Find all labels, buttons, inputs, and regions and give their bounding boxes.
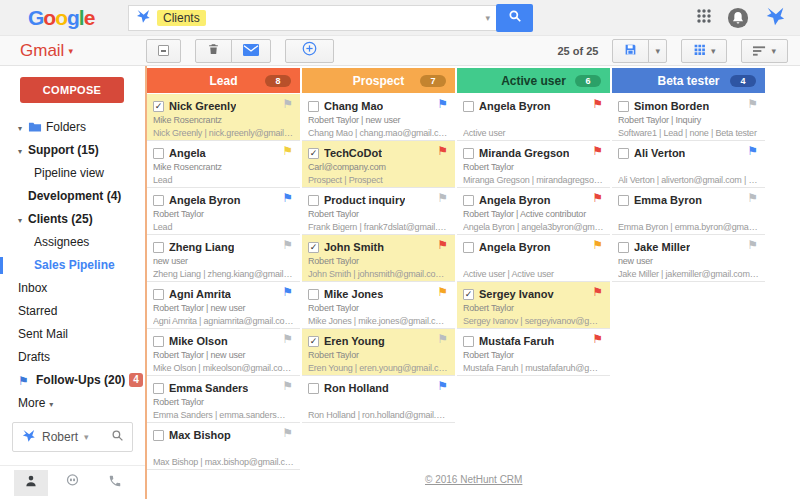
flag-icon[interactable]: ⚑ xyxy=(282,145,293,157)
hangouts-tab[interactable] xyxy=(56,470,90,496)
chevron-down-icon[interactable]: ▾ xyxy=(18,117,28,140)
flag-icon[interactable]: ⚑ xyxy=(592,239,603,251)
phone-tab[interactable] xyxy=(98,470,132,496)
card-checkbox[interactable] xyxy=(153,148,164,159)
card-checkbox[interactable] xyxy=(153,383,164,394)
card-techcodot[interactable]: ✓TechCoDot⚑Carl@company.comProspect | Pr… xyxy=(302,141,455,188)
card-emma-sanders[interactable]: Emma Sanders⚑Robert TaylorEmma Sanders |… xyxy=(147,376,300,423)
card-mustafa-faruh[interactable]: Mustafa Faruh⚑Robert TaylorMustafa Faruh… xyxy=(457,329,610,376)
view-switch-button[interactable]: ▾ xyxy=(681,39,728,63)
card-agni-amrita[interactable]: Agni Amrita⚑Robert Taylor | new userAgni… xyxy=(147,282,300,329)
sidebar-item-sales-pipeline[interactable]: Sales Pipeline xyxy=(0,254,145,277)
card-sergey-ivanov[interactable]: ✓Sergey Ivanov⚑Robert TaylorSergey Ivano… xyxy=(457,282,610,329)
card-checkbox[interactable]: ✓ xyxy=(308,336,319,347)
flag-icon[interactable]: ⚑ xyxy=(282,333,293,345)
column-header-active-user[interactable]: Active user6 xyxy=(457,68,610,93)
notifications-icon[interactable] xyxy=(727,7,749,29)
card-checkbox[interactable] xyxy=(308,101,319,112)
card-ron-holland[interactable]: Ron Holland⚑ Ron Holland | ron.holland@g… xyxy=(302,376,455,423)
card-nick-greenly[interactable]: ✓Nick Greenly⚑Mike RosencrantzNick Green… xyxy=(147,94,300,141)
chevron-down-icon[interactable]: ▾ xyxy=(18,209,28,232)
people-tab[interactable] xyxy=(14,470,48,496)
card-angela[interactable]: Angela⚑Mike RosencrantzLead xyxy=(147,141,300,188)
card-zheng-liang[interactable]: Zheng Liang⚑new userZheng Liang | zheng.… xyxy=(147,235,300,282)
sidebar-item-development[interactable]: Development (4) xyxy=(0,185,145,208)
card-jake-miller[interactable]: Jake Miller⚑new userJake Miller | jakemi… xyxy=(612,235,765,282)
flag-icon[interactable]: ⚑ xyxy=(747,192,758,204)
flag-icon[interactable]: ⚑ xyxy=(437,239,448,251)
sort-button[interactable]: ▾ xyxy=(741,39,788,63)
column-header-lead[interactable]: Lead8 xyxy=(147,68,300,93)
flag-icon[interactable]: ⚑ xyxy=(747,239,758,251)
card-checkbox[interactable] xyxy=(618,101,629,112)
sidebar-item-sent-mail[interactable]: Sent Mail xyxy=(0,323,145,346)
sidebar-item-folders[interactable]: ▾Folders xyxy=(0,116,145,139)
card-ali-verton[interactable]: Ali Verton⚑ Ali Verton | aliverton@gmail… xyxy=(612,141,765,188)
card-eren-young[interactable]: ✓Eren Young⚑Robert TaylorEren Young | er… xyxy=(302,329,455,376)
compose-button[interactable]: COMPOSE xyxy=(20,77,124,103)
card-checkbox[interactable]: ✓ xyxy=(308,148,319,159)
sidebar-item-assignees[interactable]: Assignees xyxy=(0,231,145,254)
flag-icon[interactable]: ⚑ xyxy=(437,380,448,392)
flag-icon[interactable]: ⚑ xyxy=(592,333,603,345)
flag-icon[interactable]: ⚑ xyxy=(437,192,448,204)
flag-icon[interactable]: ⚑ xyxy=(437,286,448,298)
flag-icon[interactable]: ⚑ xyxy=(437,98,448,110)
flag-icon[interactable]: ⚑ xyxy=(747,98,758,110)
card-mike-olson[interactable]: Mike Olson⚑Robert Taylor | new userMike … xyxy=(147,329,300,376)
card-angela-byron[interactable]: Angela Byron⚑Robert Taylor | Active cont… xyxy=(457,188,610,235)
card-chang-mao[interactable]: Chang Mao⚑Robert Taylor | new userChang … xyxy=(302,94,455,141)
column-header-beta-tester[interactable]: Beta tester4 xyxy=(612,68,765,93)
sidebar-item-starred[interactable]: Starred xyxy=(0,300,145,323)
card-checkbox[interactable] xyxy=(463,101,474,112)
flag-icon[interactable]: ⚑ xyxy=(282,286,293,298)
search-button[interactable] xyxy=(496,4,533,32)
flag-icon[interactable]: ⚑ xyxy=(592,192,603,204)
search-input[interactable]: Clients ▾ xyxy=(128,5,496,31)
card-checkbox[interactable] xyxy=(463,242,474,253)
sidebar-item-drafts[interactable]: Drafts xyxy=(0,346,145,369)
flag-icon[interactable]: ⚑ xyxy=(282,98,293,110)
flag-icon[interactable]: ⚑ xyxy=(592,98,603,110)
gmail-menu[interactable]: Gmail ▾ xyxy=(0,41,146,61)
save-button[interactable] xyxy=(612,39,649,63)
search-query-chip[interactable]: Clients xyxy=(157,10,206,26)
card-checkbox[interactable]: ✓ xyxy=(153,101,164,112)
flag-icon[interactable]: ⚑ xyxy=(282,192,293,204)
card-checkbox[interactable] xyxy=(463,195,474,206)
card-checkbox[interactable] xyxy=(153,289,164,300)
sidebar-item-support[interactable]: ▾Support (15) xyxy=(0,139,145,162)
card-checkbox[interactable] xyxy=(618,148,629,159)
card-angela-byron[interactable]: Angela Byron⚑ Active user | Active user xyxy=(457,235,610,282)
card-checkbox[interactable] xyxy=(153,242,164,253)
chevron-down-icon[interactable]: ▾ xyxy=(485,13,490,23)
flag-icon[interactable]: ⚑ xyxy=(437,145,448,157)
delete-button[interactable] xyxy=(195,39,232,63)
card-angela-byron[interactable]: Angela Byron⚑Robert TaylorLead xyxy=(147,188,300,235)
card-product-inquiry[interactable]: Product inquiry⚑Robert TaylorFrank Biger… xyxy=(302,188,455,235)
flag-icon[interactable]: ⚑ xyxy=(592,145,603,157)
card-checkbox[interactable]: ✓ xyxy=(463,289,474,300)
flag-icon[interactable]: ⚑ xyxy=(282,427,293,439)
column-header-prospect[interactable]: Prospect7 xyxy=(302,68,455,93)
save-options-button[interactable]: ▾ xyxy=(648,39,667,63)
card-mike-jones[interactable]: Mike Jones⚑Robert TaylorMike Jones | mik… xyxy=(302,282,455,329)
card-checkbox[interactable] xyxy=(618,195,629,206)
add-record-button[interactable] xyxy=(285,39,334,63)
flag-icon[interactable]: ⚑ xyxy=(592,286,603,298)
mail-button[interactable] xyxy=(231,39,271,63)
flag-icon[interactable]: ⚑ xyxy=(437,333,448,345)
sidebar-item-inbox[interactable]: Inbox xyxy=(0,277,145,300)
card-emma-byron[interactable]: Emma Byron⚑ Emma Byron | emma.byron@gmai… xyxy=(612,188,765,235)
card-simon-borden[interactable]: Simon Borden⚑Robert Taylor | InquirySoft… xyxy=(612,94,765,141)
sidebar-item-more[interactable]: More▾ xyxy=(0,392,145,415)
card-miranda-gregson[interactable]: Miranda Gregson⚑Robert TaylorMiranga Gre… xyxy=(457,141,610,188)
card-checkbox[interactable] xyxy=(153,195,164,206)
card-checkbox[interactable] xyxy=(153,430,164,441)
account-switcher[interactable]: Robert ▾ xyxy=(12,422,133,452)
flag-icon[interactable]: ⚑ xyxy=(747,145,758,157)
card-checkbox[interactable] xyxy=(308,289,319,300)
apps-grid-icon[interactable] xyxy=(696,8,712,28)
sidebar-item-clients[interactable]: ▾Clients (25) xyxy=(0,208,145,231)
footer-link[interactable]: © 2016 NetHunt CRM xyxy=(425,474,522,485)
